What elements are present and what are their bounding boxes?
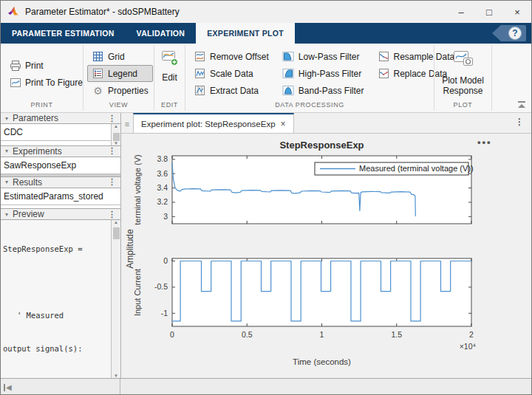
svg-text:3.6: 3.6 [157, 169, 168, 178]
scale-data-label: Scale Data [210, 69, 253, 79]
collapse-experiments-icon[interactable]: ▾ [5, 148, 8, 154]
tab-close-icon[interactable]: × [281, 119, 286, 129]
legend-icon [92, 68, 104, 80]
print-to-figure-button[interactable]: Print To Figure [4, 74, 87, 91]
high-pass-filter-button[interactable]: High-Pass Filter [278, 65, 369, 82]
close-button[interactable]: × [503, 1, 531, 23]
scroll-up-icon[interactable]: ▲ [114, 220, 118, 224]
remove-offset-button[interactable]: Remove Offset [189, 48, 273, 65]
tab-bar-menu-icon[interactable]: ⋮ [515, 117, 524, 127]
experiment-item[interactable]: SawResponseExp [1, 157, 120, 174]
edit-button[interactable]: Edit [157, 47, 183, 101]
experiment-plot-tab[interactable]: Experiment plot: StepResponseExp × [133, 113, 294, 133]
svg-text:Input Current: Input Current [133, 269, 142, 316]
high-pass-filter-icon [282, 68, 295, 80]
voltage-subplot: 33.23.43.63.8Measured (terminal voltage … [121, 147, 531, 238]
print-to-figure-label: Print To Figure [25, 78, 83, 88]
status-bar: ◀ [1, 378, 531, 395]
grid-button[interactable]: Grid [87, 48, 153, 65]
window-title: Parameter Estimator* - sdoSPMBattery [25, 7, 447, 17]
low-pass-filter-icon [282, 51, 295, 63]
parameters-menu-icon[interactable]: ⋮ [108, 114, 116, 123]
parameters-list: CDC CPR ADC ▲ ▼ [1, 123, 120, 146]
band-pass-filter-icon [282, 85, 295, 97]
low-pass-filter-button[interactable]: Low-Pass Filter [278, 48, 369, 65]
preview-title: Preview [13, 209, 44, 219]
collapse-preview-icon[interactable]: ▾ [5, 211, 8, 218]
experiments-title: Experiments [13, 146, 62, 157]
scale-data-button[interactable]: Scale Data [189, 65, 273, 82]
figure-canvas: StepResponseExp ••• Amplitude 33.23.43.6… [121, 134, 531, 378]
experiments-menu-icon[interactable]: ⋮ [108, 146, 116, 156]
tab-experiment-plot[interactable]: EXPERIMENT PLOT [196, 23, 295, 44]
plot-model-response-label: Plot Model Response [439, 75, 487, 96]
experiment-plot-tab-label: Experiment plot: StepResponseExp [141, 120, 276, 128]
result-item[interactable]: EstimatedParams_stored [1, 188, 120, 205]
panel-list-icon[interactable]: ≡ [121, 120, 133, 133]
document-tab-bar: ≡ Experiment plot: StepResponseExp × ⋮ [121, 113, 531, 134]
band-pass-filter-button[interactable]: Band-Pass Filter [278, 82, 369, 99]
scale-data-icon [194, 68, 206, 80]
extract-data-icon [194, 85, 206, 97]
scroll-down-icon[interactable]: ▼ [114, 141, 118, 145]
preview-pane: StepResponseExp = ' Measured output sign… [1, 219, 120, 378]
legend-label: Legend [108, 69, 137, 79]
preview-section-header[interactable]: ▾ Preview ⋮ [1, 209, 120, 219]
preview-text: StepResponseExp = ' Measured output sign… [1, 220, 111, 378]
parameters-scrollbar[interactable]: ▲ ▼ [111, 124, 120, 145]
experiments-section-header[interactable]: ▾ Experiments ⋮ [1, 146, 120, 157]
collapse-parameters-icon[interactable]: ▾ [5, 115, 8, 122]
band-pass-filter-label: Band-Pass Filter [299, 86, 364, 96]
scroll-up-icon[interactable]: ▲ [114, 124, 118, 128]
extract-data-label: Extract Data [210, 86, 259, 96]
browser-sidebar: ▾ Parameters ⋮ CDC CPR ADC ▲ ▼ [1, 113, 121, 378]
help-button[interactable]: ? [492, 25, 526, 41]
results-menu-icon[interactable]: ⋮ [108, 177, 116, 187]
plot-model-response-button[interactable]: Plot Model Response [436, 47, 490, 101]
collapse-ribbon-icon[interactable] [518, 101, 525, 108]
grid-label: Grid [108, 52, 125, 62]
minimize-button[interactable]: – [447, 1, 475, 23]
parameter-item[interactable]: CPR [1, 141, 111, 146]
parameters-section-header[interactable]: ▾ Parameters ⋮ [1, 113, 120, 123]
remove-offset-label: Remove Offset [210, 52, 269, 62]
group-data-processing: Remove Offset Scale Data [185, 44, 434, 112]
legend-button[interactable]: Legend [87, 65, 153, 82]
svg-text:3.8: 3.8 [157, 154, 168, 163]
svg-text:Time (seconds): Time (seconds) [293, 357, 351, 366]
group-edit: Edit EDIT [154, 44, 185, 112]
svg-text:1.5: 1.5 [391, 330, 402, 339]
plot-document-area: ≡ Experiment plot: StepResponseExp × ⋮ S… [121, 113, 531, 378]
extract-data-button[interactable]: Extract Data [189, 82, 273, 99]
print-button[interactable]: Print [4, 57, 87, 74]
plot-options-icon[interactable]: ••• [477, 137, 492, 148]
maximize-button[interactable]: □ [475, 1, 503, 23]
scroll-down-icon[interactable]: ▼ [114, 374, 118, 378]
results-section-header[interactable]: ▾ Results ⋮ [1, 177, 120, 188]
properties-button[interactable]: ⚙ Properties [87, 82, 153, 99]
group-print: Print Print To Figure PRINT [1, 44, 83, 112]
svg-text:3.4: 3.4 [157, 183, 168, 192]
svg-text:0.5: 0.5 [242, 330, 253, 339]
edit-label: Edit [162, 72, 177, 83]
svg-text:×10⁴: ×10⁴ [460, 342, 476, 351]
edit-plot-icon [160, 49, 180, 69]
title-bar: Parameter Estimator* - sdoSPMBattery – □… [1, 1, 531, 23]
scrollbar-thumb[interactable] [113, 227, 120, 239]
grid-icon [92, 51, 104, 63]
group-plot: Plot Model Response PLOT [434, 44, 491, 112]
preview-menu-icon[interactable]: ⋮ [108, 210, 116, 219]
scrollbar-thumb[interactable] [113, 133, 120, 141]
svg-text:0: 0 [170, 330, 174, 339]
low-pass-filter-label: Low-Pass Filter [299, 52, 360, 62]
tab-validation[interactable]: VALIDATION [126, 23, 197, 44]
preview-scrollbar[interactable]: ▲ ▼ [111, 220, 120, 378]
svg-text:-1: -1 [161, 309, 168, 317]
collapse-results-icon[interactable]: ▾ [5, 179, 8, 185]
tab-parameter-estimation[interactable]: PARAMETER ESTIMATION [1, 23, 126, 44]
app-window: Parameter Estimator* - sdoSPMBattery – □… [0, 0, 532, 395]
resample-data-icon [378, 51, 390, 63]
svg-text:2: 2 [469, 330, 474, 339]
collapse-sidebar-icon[interactable]: ◀ [4, 384, 12, 391]
parameter-item[interactable]: CDC [1, 124, 111, 141]
